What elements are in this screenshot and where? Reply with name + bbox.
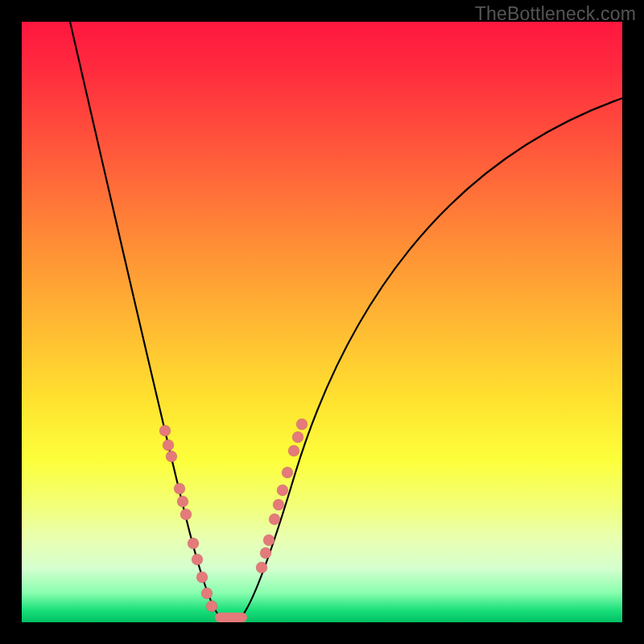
dot-cluster-valley: [215, 613, 247, 622]
dot-cluster-left-arm: [159, 425, 217, 612]
data-dot: [188, 538, 199, 549]
data-dot: [256, 562, 267, 573]
plot-area: [22, 22, 622, 622]
watermark-text: TheBottleneck.com: [475, 3, 636, 25]
data-dot: [174, 483, 185, 494]
data-dot: [163, 440, 174, 451]
data-dot: [177, 496, 188, 507]
data-dot: [201, 588, 213, 599]
data-dot: [180, 509, 192, 520]
data-dot: [296, 419, 308, 430]
bottleneck-curve-right: [239, 98, 622, 619]
data-dot: [159, 425, 171, 436]
data-dot: [206, 601, 217, 612]
data-dot: [282, 467, 293, 478]
canvas-frame: TheBottleneck.com: [0, 0, 644, 644]
curve-layer: [22, 22, 622, 622]
data-dot: [277, 485, 288, 496]
data-dot: [273, 499, 284, 510]
data-dot: [166, 451, 177, 462]
data-dot: [196, 572, 208, 583]
data-dot: [260, 547, 271, 559]
bottleneck-curve-left: [70, 22, 223, 619]
dot-cluster-right-arm: [256, 419, 308, 573]
data-dot: [192, 554, 203, 565]
data-dot: [292, 431, 303, 443]
data-dot: [263, 535, 275, 546]
data-dot: [269, 514, 280, 525]
data-dot: [288, 445, 299, 456]
